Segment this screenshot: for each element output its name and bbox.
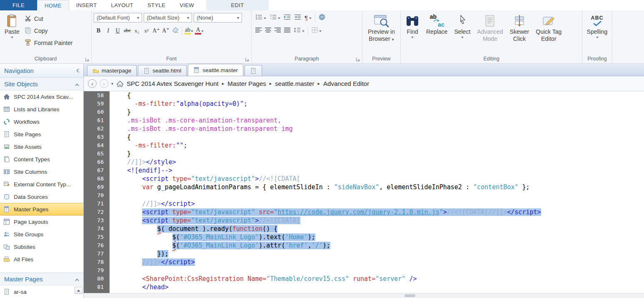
paste-button[interactable]: Paste bbox=[2, 12, 22, 55]
clipboard-dialog-launcher[interactable] bbox=[85, 57, 90, 62]
ribbon-tab-insert[interactable]: INSERT bbox=[69, 0, 104, 10]
align-right-button[interactable] bbox=[273, 26, 282, 35]
code-line[interactable]: 70 bbox=[84, 191, 644, 200]
align-left-button[interactable] bbox=[254, 26, 263, 35]
code-line[interactable]: 73 <script type="text/javascript">//<![C… bbox=[84, 216, 644, 225]
cut-button[interactable]: Cut bbox=[22, 13, 75, 24]
breadcrumb-item[interactable]: SPC 2014 Avtex Scavenger Hunt bbox=[127, 80, 219, 87]
code-line[interactable]: 63 { bbox=[84, 133, 644, 141]
line-spacing-button[interactable] bbox=[292, 26, 306, 35]
horizontal-scrollbar[interactable] bbox=[84, 293, 644, 298]
clear-formatting-button[interactable] bbox=[170, 26, 180, 35]
collapse-panel-button[interactable] bbox=[76, 67, 79, 74]
sidebar-item-content-types[interactable]: Content Types bbox=[0, 153, 83, 165]
code-line[interactable]: 62 .ms-isBot .ms-core-animation-transpar… bbox=[84, 125, 644, 133]
breadcrumb-item[interactable]: seattle.master bbox=[275, 80, 314, 87]
underline-button[interactable]: U bbox=[113, 26, 122, 35]
spelling-button[interactable]: ABC Spelling bbox=[584, 12, 610, 55]
subscript-button[interactable]: x₂ bbox=[132, 26, 142, 35]
code-line[interactable]: 58 { bbox=[84, 91, 644, 100]
code-lines[interactable]: 58 {59 -ms-filter:"alpha(opacity=0)";60 … bbox=[84, 91, 644, 293]
code-line[interactable]: 76 $('#O365_MainLink_Logo').attr('href',… bbox=[84, 241, 644, 250]
code-line[interactable]: 77 }); bbox=[84, 250, 644, 258]
scrollbar-thumb[interactable] bbox=[404, 294, 415, 297]
font-size-select[interactable]: (Default Size)▾ bbox=[144, 13, 192, 23]
ribbon-tab-edit[interactable]: EDIT bbox=[206, 0, 269, 10]
grow-font-button[interactable]: A bbox=[151, 26, 161, 35]
bullet-list-button[interactable] bbox=[254, 13, 268, 23]
code-line[interactable]: 79 bbox=[84, 266, 644, 275]
ribbon-tab-layout[interactable]: LAYOUT bbox=[104, 0, 140, 10]
breadcrumb-item[interactable]: Master Pages bbox=[227, 80, 266, 87]
forward-button[interactable]: › bbox=[100, 79, 108, 88]
code-line[interactable]: 71 //]]></script> bbox=[84, 200, 644, 208]
sidebar-item-spc-2014-avtex-scav[interactable]: SPC 2014 Avtex Scav... bbox=[0, 90, 83, 103]
globe-button[interactable] bbox=[317, 13, 327, 23]
bold-button[interactable]: B bbox=[94, 26, 103, 35]
numbered-list-button[interactable] bbox=[268, 13, 282, 23]
code-line[interactable]: 81 </head> bbox=[84, 283, 644, 291]
code-line[interactable]: 65 } bbox=[84, 150, 644, 158]
code-line[interactable]: 74 $( document ).ready(function() { bbox=[84, 225, 644, 233]
code-line[interactable]: 61 .ms-isBot .ms-core-animation-transpar… bbox=[84, 116, 644, 125]
document-tab-seattle-master[interactable]: seattle.master bbox=[188, 64, 243, 76]
borders-button[interactable] bbox=[310, 26, 323, 35]
replace-button[interactable]: abac Replace bbox=[424, 12, 450, 55]
site-objects-header[interactable]: Site Objects bbox=[0, 78, 83, 90]
sidebar-item-data-sources[interactable]: Data Sources bbox=[0, 190, 83, 203]
paragraph-dialog-launcher[interactable] bbox=[356, 57, 361, 62]
history-dropdown-icon[interactable]: ▾ bbox=[111, 81, 113, 86]
select-button[interactable]: Select bbox=[452, 12, 473, 55]
font-style-select[interactable]: (None)▾ bbox=[194, 13, 242, 23]
superscript-button[interactable]: x² bbox=[142, 26, 151, 35]
breadcrumb-item[interactable]: Advanced Editor bbox=[323, 80, 369, 87]
sidebar-item-workflows[interactable]: Workflows bbox=[0, 115, 83, 128]
font-dialog-launcher[interactable] bbox=[245, 57, 250, 62]
code-line[interactable]: 69 var g_pageLoadAnimationParams = { ele… bbox=[84, 183, 644, 191]
document-tab-seattle-html[interactable]: seattle.html bbox=[138, 65, 187, 76]
sidebar-item-site-groups[interactable]: Site Groups bbox=[0, 228, 83, 240]
code-line[interactable]: 72 <script type="text/javascript" src="h… bbox=[84, 208, 644, 216]
document-tab-blank[interactable] bbox=[245, 65, 262, 76]
sidebar-item-master-pages[interactable]: Master Pages bbox=[0, 203, 83, 215]
ribbon-tab-view[interactable]: VIEW bbox=[172, 0, 201, 10]
code-line[interactable]: 80 <SharePoint:CssRegistration Name="The… bbox=[84, 275, 644, 283]
font-color-button[interactable]: A bbox=[194, 26, 205, 35]
italic-button[interactable]: I bbox=[103, 26, 113, 35]
highlight-button[interactable]: ab bbox=[184, 26, 194, 35]
decrease-indent-button[interactable] bbox=[282, 13, 292, 23]
code-line[interactable]: 60 } bbox=[84, 108, 644, 116]
code-line[interactable]: 78 //]]></script> bbox=[84, 258, 644, 266]
sidebar-item-page-layouts[interactable]: Page Layouts bbox=[0, 215, 83, 228]
sidebar-item-site-pages[interactable]: Site Pages bbox=[0, 128, 83, 140]
document-tab-masterpage[interactable]: masterpage bbox=[87, 65, 137, 76]
sidebar-item-ar-sa[interactable]: ar-sa bbox=[0, 285, 83, 298]
code-line[interactable]: 68 <script type="text/javascript">//<![C… bbox=[84, 175, 644, 183]
preview-in-browser-button[interactable]: Preview in Browser ▾ bbox=[365, 12, 397, 55]
sidebar-item-site-columns[interactable]: Site Columns bbox=[0, 165, 83, 178]
ribbon-tab-style[interactable]: STYLE bbox=[140, 0, 172, 10]
sidebar-item-external-content-typ[interactable]: External Content Typ... bbox=[0, 178, 83, 190]
show-formatting-marks-button[interactable]: ¶ bbox=[303, 13, 313, 23]
align-center-button[interactable] bbox=[263, 26, 273, 35]
find-button[interactable]: Find bbox=[403, 12, 422, 55]
ribbon-tab-home[interactable]: HOME bbox=[37, 0, 69, 10]
code-line[interactable]: 75 $('#O365_MainLink_Logo').text('Home')… bbox=[84, 233, 644, 241]
back-button[interactable]: ‹ bbox=[88, 79, 97, 88]
code-line[interactable]: 66 //]]></style> bbox=[84, 158, 644, 166]
sidebar-item-site-assets[interactable]: Site Assets bbox=[0, 140, 83, 153]
code-line[interactable]: 67 <![endif]--> bbox=[84, 166, 644, 175]
master-pages-section-header[interactable]: Master Pages bbox=[0, 273, 83, 285]
increase-indent-button[interactable] bbox=[292, 13, 303, 23]
scroll-up-button[interactable] bbox=[75, 287, 82, 294]
sidebar-item-all-files[interactable]: All Files bbox=[0, 253, 83, 265]
code-line[interactable]: 59 -ms-filter:"alpha(opacity=0)"; bbox=[84, 100, 644, 108]
format-painter-button[interactable]: Format Painter bbox=[22, 38, 75, 48]
skewer-click-button[interactable]: Skewer Click bbox=[507, 12, 532, 55]
strikethrough-button[interactable]: abe bbox=[122, 26, 132, 35]
justify-button[interactable] bbox=[282, 26, 292, 35]
advanced-mode-button[interactable]: Advanced Mode bbox=[474, 12, 505, 55]
shrink-font-button[interactable]: A bbox=[161, 26, 170, 35]
sidebar-item-lists-and-libraries[interactable]: Lists and Libraries bbox=[0, 103, 83, 115]
home-icon[interactable] bbox=[116, 80, 124, 87]
